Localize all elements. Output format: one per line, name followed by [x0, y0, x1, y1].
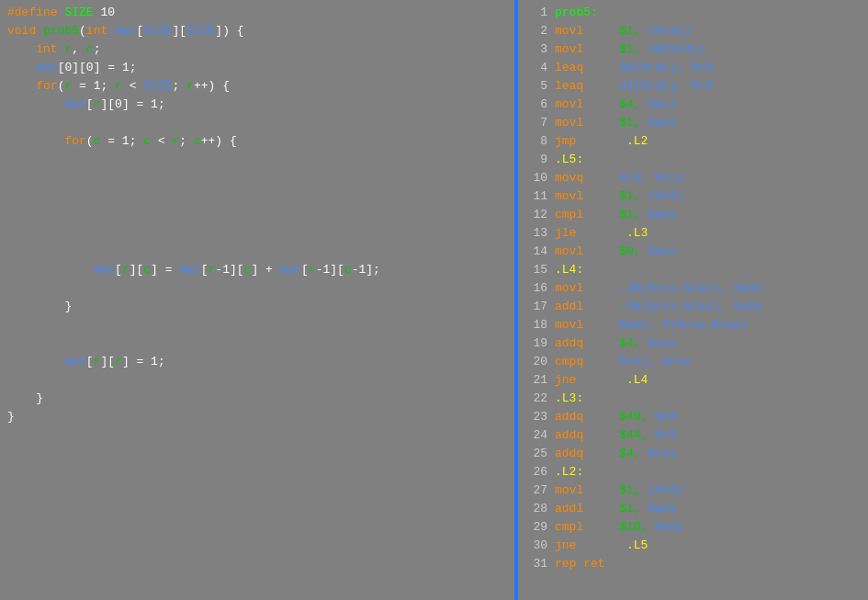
spacing	[641, 114, 648, 132]
text: ][	[130, 261, 144, 279]
operand2: %edi	[648, 500, 676, 518]
line-number: 8	[525, 132, 547, 151]
instruction: addq	[555, 445, 583, 463]
instruction: jle	[555, 224, 576, 243]
code-line-l15: mat[r][c] = mat[r-1][c] + mat[r-1][c-1];	[7, 261, 507, 279]
code-line-blank9	[7, 334, 507, 353]
code-line-blank10	[7, 371, 507, 390]
instruction: jne	[555, 371, 576, 390]
number: 1	[122, 132, 130, 151]
line-number: 3	[525, 40, 547, 59]
operand1: .L4	[626, 371, 648, 390]
text: ] =	[122, 96, 151, 114]
operand1: $0,	[619, 243, 640, 261]
rp-line-11: 11 movl $1, (%r8)	[525, 187, 861, 206]
var: r	[64, 40, 72, 59]
rp-line-8: 8 jmp .L2	[525, 132, 861, 151]
spacing	[583, 353, 619, 371]
rp-line-24: 24 addq $44, %r9	[525, 426, 861, 445]
rp-line-14: 14 movl $0, %eax	[525, 243, 861, 261]
instruction: cmpl	[555, 518, 583, 537]
operand1: $1,	[619, 22, 640, 40]
rp-line-3: 3 movl $1, 40(%rdi)	[525, 40, 861, 59]
spacing	[641, 206, 648, 224]
code-line-l22: }	[7, 390, 507, 408]
text: ][	[100, 96, 115, 114]
var: r	[64, 77, 72, 96]
operand2: %r8	[691, 59, 712, 77]
text: ] =	[151, 261, 179, 279]
spacing	[583, 40, 619, 59]
spacing	[683, 77, 691, 96]
var: mat	[280, 261, 301, 279]
code-line-blank7	[7, 279, 507, 298]
macro: SIZE	[143, 77, 172, 96]
rp-line-31: 31 rep ret	[525, 555, 861, 573]
code-line-l6: mat[r][0] = 1;	[7, 96, 507, 114]
spacing	[583, 408, 619, 426]
operand1: $1,	[619, 114, 640, 132]
text: ][	[100, 353, 115, 371]
operand1: 80(%rdi),	[619, 59, 683, 77]
editor-container: #define SIZE 10 void prob5(int mat[SIZE]…	[0, 0, 868, 600]
line-number: 19	[525, 334, 547, 353]
spacing	[655, 353, 662, 371]
operand1: -36(%rcx,%rax),	[619, 298, 727, 316]
instruction: movl	[555, 279, 583, 298]
line-number: 13	[525, 224, 547, 243]
operand1: $4,	[619, 445, 640, 463]
rp-line-10: 10 movq %r8, %rcx	[525, 169, 861, 187]
operand2: %rax	[662, 353, 691, 371]
code-line-l2: void prob5(int mat[SIZE][SIZE]) {	[7, 22, 507, 40]
text: [	[86, 96, 94, 114]
text: ;	[179, 132, 194, 151]
text: ++) {	[201, 132, 237, 151]
keyword: for	[64, 132, 85, 151]
operand1: .L2	[626, 132, 648, 151]
code-line-blank4	[7, 206, 507, 224]
var: r	[209, 261, 216, 279]
label: .L5:	[555, 151, 583, 169]
spacing	[648, 408, 655, 426]
line-number: 25	[525, 445, 547, 463]
spacing	[641, 481, 648, 500]
rp-line-25: 25 addq $4, %rsi	[525, 445, 861, 463]
operand1: $1,	[619, 500, 640, 518]
instruction: movl	[555, 114, 583, 132]
instruction: addq	[555, 408, 583, 426]
line-number: 17	[525, 298, 547, 316]
text: [	[86, 353, 94, 371]
var: r	[115, 353, 122, 371]
text: [	[58, 59, 65, 77]
number: 1	[322, 261, 330, 279]
spacing	[727, 298, 734, 316]
operand1: 44(%rdi),	[619, 77, 683, 96]
keyword: int	[86, 22, 115, 40]
number: 0	[115, 96, 122, 114]
code-line-l4: mat[0][0] = 1;	[7, 59, 507, 77]
text: ;	[130, 59, 137, 77]
line-number: 12	[525, 206, 547, 224]
number: 0	[64, 59, 72, 77]
operand2: %edi	[648, 206, 676, 224]
instruction: addl	[555, 298, 583, 316]
spacing	[583, 96, 619, 114]
spacing	[641, 187, 648, 206]
number: 1	[151, 353, 158, 371]
text: }	[7, 408, 15, 426]
var: c	[86, 40, 94, 59]
spacing	[583, 298, 619, 316]
spacing	[576, 537, 626, 555]
spacing	[648, 169, 655, 187]
indent	[7, 40, 36, 59]
line-number: 10	[525, 169, 547, 187]
indent	[7, 59, 36, 77]
instruction: leaq	[555, 77, 583, 96]
code-line-l8: for(c = 1; c < r; c++) {	[7, 132, 507, 151]
rp-line-4: 4 leaq 80(%rdi), %r8	[525, 59, 861, 77]
var: r	[94, 96, 101, 114]
instruction: movl	[555, 481, 583, 500]
spacing	[641, 96, 648, 114]
operand2: (%r9)	[648, 481, 683, 500]
operand2: %rsi	[648, 445, 676, 463]
